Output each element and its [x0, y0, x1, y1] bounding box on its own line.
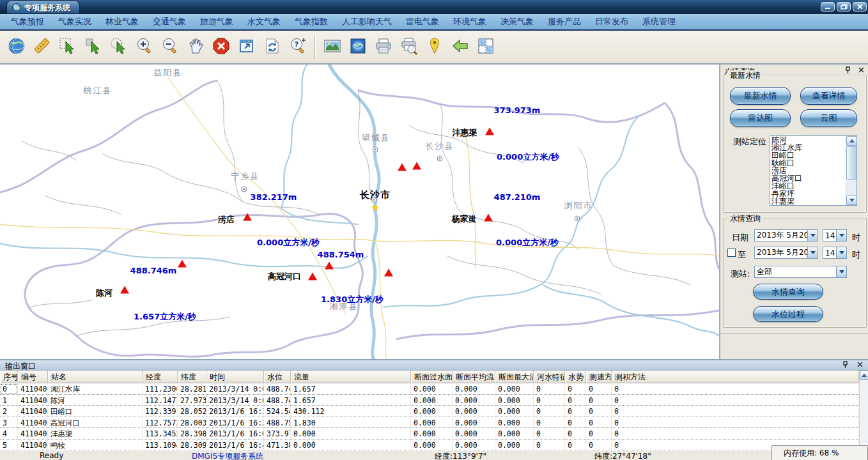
globe-button[interactable] [4, 34, 29, 61]
back-button[interactable] [447, 34, 473, 61]
map-canvas[interactable]: 益阳县桃江县宁乡县望城县长沙县浏阳市湘潭县长沙市涝店陈河高冠河口沣惠渠杨家蚩38… [0, 64, 719, 359]
date-dropdown-icon[interactable] [807, 230, 818, 241]
minimize-button[interactable] [821, 2, 835, 12]
status-app-name: DMGIS专项服务系统 [192, 451, 263, 460]
column-header-8[interactable]: 流量 [291, 371, 411, 383]
new-window-button[interactable] [234, 34, 260, 61]
measure-button[interactable] [29, 34, 55, 61]
hour-combo[interactable]: 14 [823, 229, 847, 241]
station-triangle-marker[interactable] [308, 272, 317, 280]
output-pin-icon[interactable] [841, 360, 849, 369]
scroll-up-icon[interactable] [846, 136, 857, 146]
scroll-thumb[interactable] [846, 146, 857, 180]
grid-map-button[interactable] [473, 34, 499, 61]
panel-close-icon[interactable] [857, 66, 865, 74]
pan-button[interactable] [183, 34, 208, 61]
menu-item-4[interactable]: 交通气象 [146, 15, 193, 29]
identify-button[interactable]: ? [285, 34, 311, 61]
date2-combo[interactable]: 2013年 5月20日 [754, 247, 818, 259]
output-table[interactable]: 序号编号站名经度纬度时间水位流量断面过水面断面平均流断面最大流河水特征码水势测速… [0, 371, 859, 451]
column-header-5[interactable]: 纬度 [178, 371, 206, 383]
station-triangle-marker[interactable] [484, 213, 493, 221]
station-triangle-marker[interactable] [178, 259, 187, 267]
hour2-combo[interactable]: 14 [823, 247, 847, 259]
station-triangle-marker[interactable] [243, 213, 252, 220]
menu-item-14[interactable]: 系统管理 [635, 15, 683, 29]
column-header-6[interactable]: 时间 [206, 371, 264, 383]
scroll-down-icon[interactable] [846, 195, 857, 205]
map-window-button[interactable] [345, 34, 371, 61]
output-close-icon[interactable] [856, 360, 864, 369]
menu-item-13[interactable]: 日常发布 [588, 15, 635, 29]
menu-item-7[interactable]: 气象指数 [288, 15, 335, 29]
zoom-out-button[interactable] [157, 34, 183, 61]
menu-item-2[interactable]: 气象实况 [51, 15, 98, 29]
output-scrollbar[interactable] [859, 371, 868, 451]
column-header-4[interactable]: 经度 [143, 371, 178, 383]
latest-water-button[interactable]: 最新水情 [730, 87, 791, 105]
table-row[interactable]: 341104010高冠河口112.75722228.0033332013/1/6… [0, 417, 859, 429]
column-header-14[interactable]: 测速方法 [586, 371, 612, 383]
column-header-13[interactable]: 水势 [565, 371, 586, 383]
cloud-image-button[interactable]: 云图 [800, 109, 857, 127]
column-header-1[interactable]: 序号 [0, 371, 18, 383]
radar-chart-button[interactable]: 雷达图 [730, 109, 791, 127]
date2-dropdown-icon[interactable] [807, 247, 818, 258]
menu-item-12[interactable]: 服务产品 [541, 15, 588, 29]
column-header-7[interactable]: 水位 [264, 371, 291, 383]
station-triangle-marker[interactable] [485, 127, 494, 135]
table-row[interactable]: 041104002湘江水库111.23000028.2811112013/3/1… [0, 383, 859, 395]
station-combo[interactable]: 全部 [754, 266, 847, 278]
print-button[interactable] [371, 34, 396, 61]
close-button[interactable] [853, 2, 867, 12]
hour-dropdown-icon[interactable] [836, 230, 846, 241]
station-triangle-marker[interactable] [412, 162, 421, 169]
table-row[interactable]: 241104004田峪口112.33916728.0522222013/1/6 … [0, 406, 859, 417]
refresh-button[interactable] [260, 34, 285, 61]
menu-item-9[interactable]: 雷电气象 [399, 15, 446, 29]
restore-button[interactable] [837, 2, 851, 12]
column-header-9[interactable]: 断面过水面 [411, 371, 453, 383]
column-header-2[interactable]: 编号 [18, 371, 48, 383]
station-list[interactable]: 陈河湘江水库田峪口耿峪口涝店高冠河口沣峪口冉家坪沣惠渠 [770, 135, 857, 206]
menu-item-10[interactable]: 环境气象 [446, 15, 493, 29]
hour2-dropdown-icon[interactable] [836, 247, 846, 258]
menu-item-1[interactable]: 气象预报 [4, 15, 51, 29]
stop-button[interactable] [208, 34, 234, 61]
view-details-button[interactable]: 查看详情 [800, 87, 857, 105]
menu-item-5[interactable]: 旅游气象 [193, 15, 240, 29]
print-preview-button[interactable] [396, 34, 422, 61]
date-combo[interactable]: 2013年 5月20日 [754, 229, 818, 241]
station-triangle-marker[interactable] [325, 261, 334, 269]
pin-icon[interactable] [844, 66, 852, 74]
select-area-button[interactable] [106, 34, 132, 61]
table-row[interactable]: 141104002陈河112.14777827.9736112013/3/14 … [0, 395, 859, 406]
water-query-button[interactable]: 水情查询 [753, 284, 823, 300]
table-row[interactable]: 441104017沣惠渠113.34527828.3986112013/1/6 … [0, 428, 859, 440]
menu-item-3[interactable]: 林业气象 [98, 15, 146, 29]
table-row[interactable]: 541104022鸣犊113.10944428.3091672013/1/6 1… [0, 440, 859, 451]
station-triangle-marker[interactable] [398, 163, 407, 171]
column-header-15[interactable]: 测积方法 [612, 371, 859, 383]
menu-item-8[interactable]: 人工影响天气 [335, 15, 399, 29]
zoom-in-button[interactable] [132, 34, 157, 61]
output-scroll-up-icon[interactable] [860, 371, 868, 380]
station-list-item-9[interactable]: 沣惠渠 [770, 197, 846, 205]
to-date-checkbox[interactable] [727, 249, 736, 257]
column-header-12[interactable]: 河水特征码 [534, 371, 565, 383]
column-header-11[interactable]: 断面最大流 [495, 371, 534, 383]
menu-item-11[interactable]: 决策气象 [493, 15, 541, 29]
select-arrow-button[interactable] [81, 34, 106, 61]
output-title-bar[interactable]: 输出窗口 [0, 360, 868, 371]
column-header-10[interactable]: 断面平均流 [453, 371, 495, 383]
station-triangle-marker[interactable] [384, 268, 393, 276]
stage-process-button[interactable]: 水位过程 [753, 306, 823, 322]
image-button[interactable] [320, 34, 345, 61]
menu-item-6[interactable]: 水文气象 [240, 15, 288, 29]
column-header-3[interactable]: 站名 [48, 371, 143, 383]
station-triangle-marker[interactable] [120, 286, 129, 293]
list-scrollbar[interactable] [846, 136, 856, 205]
select-feature-button[interactable] [55, 34, 81, 61]
placemark-button[interactable] [422, 34, 447, 61]
station-dropdown-icon[interactable] [836, 266, 846, 277]
